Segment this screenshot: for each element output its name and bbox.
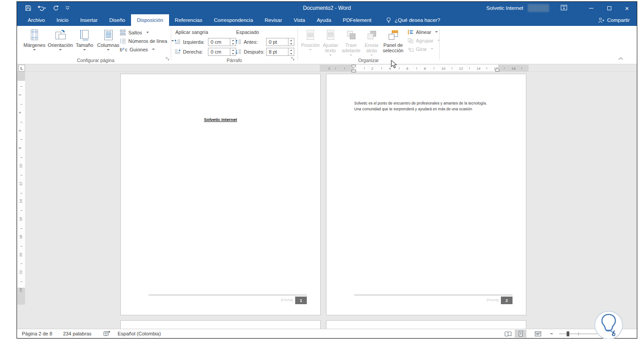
espaciado-header: Espaciado	[236, 29, 259, 35]
group-separator	[297, 29, 298, 60]
tab-vista[interactable]: Vista	[288, 14, 311, 26]
enviar-atras-button[interactable]: Enviar atrás	[362, 28, 381, 56]
solvetic-logo	[593, 310, 625, 339]
user-avatar[interactable]	[528, 4, 549, 12]
dropdown-caret-icon	[152, 49, 155, 50]
vertical-ruler[interactable]: 24681012141618202224	[17, 72, 25, 305]
orientacion-label: Orientación	[48, 42, 73, 48]
tell-me-box[interactable]: ¿Qué desea hacer?	[386, 14, 440, 26]
columnas-button[interactable]: Columnas	[96, 28, 121, 50]
right-indent-marker[interactable]	[495, 68, 500, 71]
maximize-button[interactable]	[600, 2, 618, 14]
guiones-button[interactable]: ba-c Guiones	[120, 47, 174, 52]
tab-diseno[interactable]: Diseño	[103, 14, 131, 26]
redo-button[interactable]	[53, 5, 59, 11]
tab-ayuda[interactable]: Ayuda	[311, 14, 337, 26]
read-mode-button[interactable]	[502, 330, 514, 338]
page-1[interactable]: Solvetic Internet [Fecha] 1	[120, 74, 321, 315]
status-bar: Página 2 de 8 234 palabras Español (Colo…	[17, 329, 637, 338]
page-2[interactable]: Solvetic es el punto de encuentro de pro…	[326, 74, 526, 315]
alinear-button[interactable]: Alinear	[407, 29, 440, 35]
title-bar: Documento2 - Word Solvetic Internet ×	[17, 2, 637, 14]
undo-button[interactable]	[38, 5, 47, 11]
spinner-arrows[interactable]	[288, 38, 294, 46]
organizar-big-buttons: Posición Ajustar texto Traer adelante	[300, 28, 405, 56]
tab-stop-selector[interactable]: L	[18, 65, 25, 71]
language-indicator[interactable]: Español (Colombia)	[118, 329, 161, 338]
izquierda-input[interactable]: 0 cm	[208, 38, 236, 46]
tab-referencias[interactable]: Referencias	[169, 14, 208, 26]
girar-button[interactable]: Girar	[407, 46, 440, 52]
customize-qat-icon	[65, 6, 70, 10]
ruler-number: 24	[19, 288, 23, 292]
footer-divider	[148, 295, 307, 295]
tab-archivo[interactable]: Archivo	[22, 14, 51, 26]
collapse-ribbon-button[interactable]	[618, 54, 623, 62]
zoom-slider-thumb[interactable]	[567, 331, 569, 336]
ajustar-texto-button[interactable]: Ajustar texto	[321, 28, 340, 56]
minimize-icon	[589, 8, 593, 8]
word-count[interactable]: 234 palabras	[63, 329, 92, 338]
orientacion-button[interactable]: Orientación	[47, 28, 73, 50]
tab-revisar[interactable]: Revisar	[259, 14, 288, 26]
page2-line1: Solvetic es el punto de encuentro de pro…	[354, 100, 506, 106]
antes-input[interactable]: 0 pt	[266, 38, 294, 46]
ruler-tick	[521, 67, 522, 69]
ruler-number: 18	[19, 235, 23, 239]
ribbon-display-options-button[interactable]	[561, 4, 567, 12]
mouse-cursor	[391, 60, 397, 69]
ribbon-tabs: Archivo Inicio Insertar Diseño Disposici…	[22, 14, 377, 26]
selection-pane-icon	[388, 29, 398, 41]
page-4-top[interactable]	[326, 320, 526, 329]
line-numbers-icon	[120, 38, 126, 44]
parrafo-dialog-launcher[interactable]	[291, 55, 295, 63]
configurar-dialog-launcher[interactable]	[165, 55, 170, 63]
agrupar-button[interactable]: Agrupar	[407, 38, 440, 43]
panel-de-seleccion-button[interactable]: Panel de selección	[381, 28, 405, 56]
web-layout-button[interactable]	[532, 330, 544, 338]
first-line-indent-marker[interactable]	[352, 65, 356, 68]
posicion-button[interactable]: Posición	[300, 28, 321, 56]
print-layout-button[interactable]	[515, 330, 526, 338]
saltos-button[interactable]: Saltos	[120, 29, 174, 35]
share-button[interactable]: Compartir	[598, 14, 630, 26]
spin-down-icon	[232, 43, 234, 45]
proofing-status[interactable]	[103, 329, 110, 338]
page-indicator[interactable]: Página 2 de 8	[22, 329, 52, 338]
despues-input[interactable]: 8 pt	[266, 48, 294, 56]
titlebar-right: Solvetic Internet ×	[487, 2, 637, 14]
ruler-tick	[21, 175, 22, 176]
margenes-button[interactable]: Márgenes	[21, 28, 47, 50]
group-configurar-pagina: Márgenes Orientación Tamaño	[21, 26, 171, 64]
page-3-top[interactable]	[120, 320, 321, 329]
save-button[interactable]	[25, 5, 31, 11]
columns-icon	[103, 29, 114, 41]
tamano-button[interactable]: Tamaño	[73, 28, 96, 50]
proofing-icon	[103, 331, 110, 337]
ruler-number: 22	[19, 270, 23, 274]
zoom-out-button[interactable]: −	[550, 329, 553, 338]
align-icon	[407, 29, 414, 35]
posicion-label: Posición	[301, 42, 320, 48]
spinner-arrows[interactable]	[288, 48, 294, 55]
wrap-text-icon	[326, 29, 335, 41]
numeros-de-linea-button[interactable]: Números de línea	[120, 38, 174, 44]
signed-in-user[interactable]: Solvetic Internet	[487, 5, 523, 11]
derecha-input[interactable]: 0 cm	[208, 48, 236, 56]
rotate-icon	[407, 46, 414, 52]
tab-disposicion[interactable]: Disposición	[131, 14, 169, 26]
left-indent-marker[interactable]	[352, 70, 356, 72]
minimize-button[interactable]	[582, 2, 600, 14]
ruler-number: 20	[19, 253, 23, 257]
organizar-small-buttons: Alinear Agrupar Girar	[407, 29, 440, 52]
tab-insertar[interactable]: Insertar	[74, 14, 103, 26]
group-objects-icon	[407, 38, 414, 43]
ruler-tick	[399, 67, 399, 69]
close-button[interactable]: ×	[618, 2, 636, 14]
horizontal-ruler[interactable]: 246810121416182	[320, 65, 529, 71]
tab-inicio[interactable]: Inicio	[51, 14, 74, 26]
traer-adelante-button[interactable]: Traer adelante	[340, 28, 362, 56]
tab-correspondencia[interactable]: Correspondencia	[208, 14, 259, 26]
customize-qat-button[interactable]	[65, 6, 70, 10]
tab-pdfelement[interactable]: PDFelement	[337, 14, 377, 26]
